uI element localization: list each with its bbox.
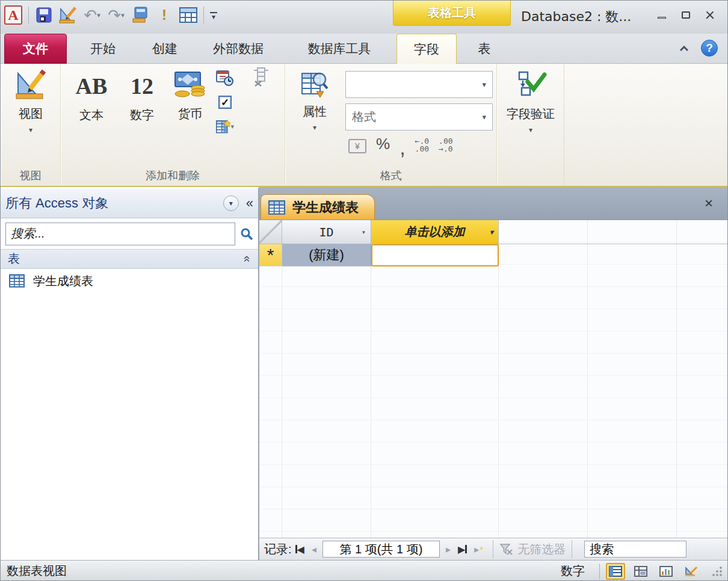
increase-decimals-button[interactable]: ←.0 .00 [415, 137, 429, 153]
pivotchart-view-button[interactable] [656, 563, 676, 580]
column-header-id[interactable]: ID ▾ [282, 220, 371, 244]
datasheet-view-button[interactable] [606, 563, 625, 580]
id-new-cell[interactable]: (新建) [282, 244, 371, 266]
navigation-menu-button[interactable]: ▾ [223, 195, 239, 211]
number-field-button[interactable]: 12 数字 [122, 69, 162, 123]
percent-format-button[interactable]: % [376, 135, 390, 153]
search-icon[interactable] [240, 227, 253, 241]
yesno-field-button[interactable]: ✓ [216, 94, 234, 111]
properties-label: 属性 [303, 103, 327, 120]
delete-field-button[interactable] [252, 69, 270, 85]
design-view-icon [59, 6, 77, 24]
minimize-button[interactable] [654, 9, 670, 21]
redo-dropdown-icon[interactable]: ▾ [121, 11, 125, 19]
delete-field-icon [253, 67, 270, 87]
record-position-box[interactable]: 第 1 项(共 1 项) [322, 541, 440, 558]
redo-button[interactable]: ↷ ▾ [107, 5, 125, 25]
format-combobox[interactable]: 格式 ▾ [345, 103, 493, 131]
navigation-search-input[interactable] [5, 223, 235, 245]
new-record-asterisk-icon: * [267, 245, 274, 265]
design-view-button-status[interactable] [682, 563, 701, 580]
paste-button[interactable] [131, 5, 149, 25]
document-area: 学生成绩表 × ID ▾ 单击以添加 ▾ [259, 187, 728, 560]
pivottable-view-icon [634, 566, 647, 577]
filter-status-button[interactable]: 无筛选器 [499, 541, 566, 558]
currency-field-label: 货币 [178, 106, 202, 122]
help-button[interactable]: ? [701, 40, 718, 57]
tab-create[interactable]: 创建 [138, 34, 192, 64]
tab-external-data[interactable]: 外部数据 [199, 34, 277, 64]
column-dropdown-icon[interactable]: ▾ [362, 228, 366, 236]
group-views: 视图 ▾ 视图 [1, 64, 61, 186]
title-bar: A ↶ ▾ ↷ ▾ ! [1, 1, 728, 34]
datetime-field-button[interactable] [216, 70, 234, 87]
field-validation-icon [514, 69, 547, 102]
click-to-add-label: 单击以添加 [405, 224, 465, 240]
datasheet[interactable]: ID ▾ 单击以添加 ▾ * (新建) [259, 220, 728, 538]
document-close-button[interactable]: × [702, 197, 715, 210]
access-window: A ↶ ▾ ↷ ▾ ! [0, 0, 728, 581]
record-search-input[interactable] [584, 541, 686, 558]
qat-customize-button[interactable]: ▾ [210, 12, 217, 19]
new-record-star-icon: * [480, 544, 483, 555]
text-field-button[interactable]: AB 文本 [72, 69, 111, 123]
document-tab-strip: 学生成绩表 × [259, 187, 728, 220]
shutter-bar-close-button[interactable]: « [246, 195, 253, 211]
field-validation-button[interactable]: 字段验证 ▾ [502, 69, 560, 134]
previous-record-button[interactable]: ◂ [312, 544, 316, 555]
new-record-selector[interactable]: * [259, 244, 282, 266]
access-logo-icon[interactable]: A [4, 5, 22, 25]
column-header-click-to-add[interactable]: 单击以添加 ▾ [371, 220, 499, 244]
status-bar: 数据表视图 数字 [1, 560, 728, 581]
navigation-section-tables[interactable]: 表 « [1, 250, 258, 269]
navigation-item-table[interactable]: 学生成绩表 [1, 269, 258, 293]
datetime-icon [216, 70, 234, 87]
save-button[interactable] [35, 5, 53, 25]
previous-record-icon: ◂ [312, 544, 316, 555]
table-button[interactable] [179, 5, 197, 25]
collapse-section-icon[interactable]: « [241, 256, 254, 262]
tab-database-tools[interactable]: 数据库工具 [294, 34, 384, 64]
properties-icon [300, 69, 330, 100]
close-button[interactable] [702, 9, 718, 21]
group-field-validation: 字段验证 ▾ [497, 64, 564, 186]
divider [572, 540, 572, 558]
pivottable-view-button[interactable] [631, 563, 650, 580]
properties-button[interactable]: 属性 ▾ [294, 69, 336, 132]
undo-button[interactable]: ↶ ▾ [83, 5, 101, 25]
undo-dropdown-icon[interactable]: ▾ [97, 11, 100, 19]
restore-button[interactable] [678, 9, 694, 21]
status-right: 数字 [561, 563, 728, 580]
view-button-label: 视图 [19, 106, 43, 122]
run-button[interactable]: ! [155, 5, 173, 25]
document-tab-active[interactable]: 学生成绩表 [261, 194, 375, 220]
view-button[interactable]: 视图 ▾ [9, 69, 52, 134]
grid-line [282, 220, 282, 538]
resize-grip-icon[interactable] [712, 566, 723, 577]
datasheet-header-row: ID ▾ 单击以添加 ▾ [259, 220, 728, 244]
no-filter-label: 无筛选器 [517, 541, 566, 558]
new-record-button[interactable]: ▸* [474, 544, 483, 555]
last-record-button[interactable]: ▶ [458, 544, 467, 555]
decrease-decimals-button[interactable]: .00 →.0 [439, 137, 452, 153]
tab-table[interactable]: 表 [463, 34, 506, 64]
tab-fields-active[interactable]: 字段 [396, 34, 457, 64]
comma-format-button[interactable]: , [399, 141, 405, 153]
datatype-combobox[interactable]: ▾ [345, 71, 493, 98]
more-fields-button[interactable]: ▾ [216, 118, 234, 135]
click-to-add-dropdown-icon[interactable]: ▾ [490, 228, 493, 236]
tab-home[interactable]: 开始 [76, 34, 130, 64]
divider [28, 7, 29, 23]
grid-line [587, 220, 588, 538]
active-cell[interactable] [371, 244, 499, 266]
record-navigation-bar: 记录: ◀ ◂ 第 1 项(共 1 项) ▸ ▶ ▸* 无筛选器 [259, 538, 728, 560]
tab-file[interactable]: 文件 [4, 34, 67, 64]
first-record-button[interactable]: ◀ [295, 544, 304, 555]
navigation-pane-header[interactable]: 所有 Access 对象 ▾ « [1, 188, 258, 218]
design-view-button[interactable] [59, 5, 77, 25]
collapse-ribbon-button[interactable] [679, 45, 689, 54]
currency-format-button[interactable]: ¥ [348, 139, 366, 153]
currency-field-button[interactable]: 货币 [169, 69, 211, 122]
select-all-cell[interactable] [259, 220, 282, 244]
next-record-button[interactable]: ▸ [446, 544, 451, 555]
